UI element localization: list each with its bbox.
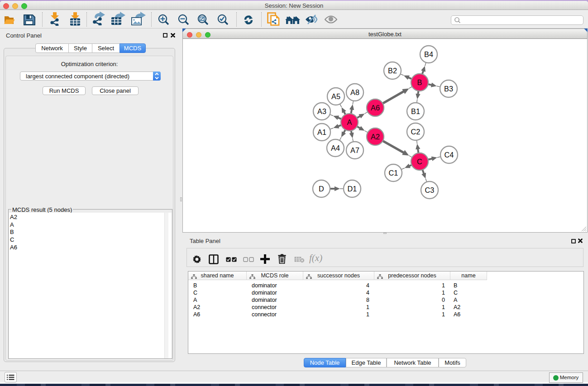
svg-text:A5: A5 [331, 92, 340, 100]
svg-text:B2: B2 [388, 67, 397, 75]
svg-text:B3: B3 [444, 85, 453, 93]
svg-text:A1: A1 [317, 128, 326, 136]
svg-text:D: D [319, 185, 324, 193]
svg-text:C2: C2 [411, 128, 421, 136]
svg-text:A: A [347, 118, 352, 126]
svg-text:B4: B4 [424, 50, 433, 58]
svg-text:C1: C1 [389, 169, 398, 177]
svg-text:A3: A3 [317, 107, 326, 115]
svg-text:C: C [417, 157, 422, 166]
svg-text:B1: B1 [411, 107, 420, 115]
svg-text:A7: A7 [350, 146, 359, 154]
svg-text:A6: A6 [371, 104, 380, 112]
svg-text:C4: C4 [445, 151, 454, 159]
svg-text:A4: A4 [331, 144, 340, 152]
svg-text:B: B [417, 78, 422, 86]
svg-text:A2: A2 [371, 133, 380, 141]
svg-text:C3: C3 [425, 186, 435, 194]
svg-text:D1: D1 [348, 185, 357, 193]
svg-text:A8: A8 [350, 88, 359, 96]
